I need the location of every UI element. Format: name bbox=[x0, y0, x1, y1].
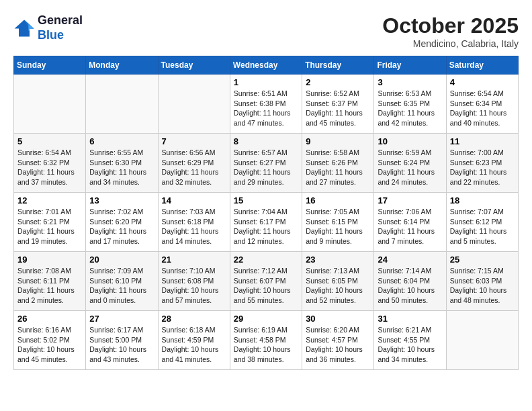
calendar-cell: 3Sunrise: 6:53 AM Sunset: 6:35 PM Daylig… bbox=[374, 75, 446, 134]
day-info: Sunrise: 7:00 AM Sunset: 6:23 PM Dayligh… bbox=[450, 148, 515, 187]
calendar-cell: 26Sunrise: 6:16 AM Sunset: 5:02 PM Dayli… bbox=[14, 311, 86, 370]
day-number: 13 bbox=[89, 195, 154, 205]
weekday-header-monday: Monday bbox=[86, 56, 158, 75]
weekday-header-saturday: Saturday bbox=[446, 56, 518, 75]
logo-icon bbox=[13, 19, 35, 38]
day-number: 9 bbox=[306, 136, 370, 146]
svg-marker-2 bbox=[28, 24, 34, 31]
calendar-cell: 27Sunrise: 6:17 AM Sunset: 5:00 PM Dayli… bbox=[86, 311, 158, 370]
calendar-cell: 11Sunrise: 7:00 AM Sunset: 6:23 PM Dayli… bbox=[446, 134, 518, 193]
day-info: Sunrise: 6:55 AM Sunset: 6:30 PM Dayligh… bbox=[89, 148, 154, 187]
week-row-5: 26Sunrise: 6:16 AM Sunset: 5:02 PM Dayli… bbox=[14, 311, 519, 370]
day-info: Sunrise: 7:04 AM Sunset: 6:17 PM Dayligh… bbox=[234, 207, 298, 246]
day-number: 5 bbox=[17, 136, 82, 146]
day-info: Sunrise: 6:21 AM Sunset: 4:55 PM Dayligh… bbox=[378, 325, 442, 365]
day-number: 15 bbox=[234, 195, 298, 205]
calendar-cell bbox=[14, 75, 86, 134]
calendar-cell: 22Sunrise: 7:12 AM Sunset: 6:07 PM Dayli… bbox=[230, 252, 302, 311]
day-number: 31 bbox=[378, 314, 442, 324]
day-number: 21 bbox=[162, 255, 226, 265]
calendar-table: SundayMondayTuesdayWednesdayThursdayFrid… bbox=[13, 56, 519, 370]
day-info: Sunrise: 6:16 AM Sunset: 5:02 PM Dayligh… bbox=[17, 325, 82, 365]
day-info: Sunrise: 6:20 AM Sunset: 4:57 PM Dayligh… bbox=[306, 325, 370, 365]
week-row-4: 19Sunrise: 7:08 AM Sunset: 6:11 PM Dayli… bbox=[14, 252, 519, 311]
logo-line2: Blue bbox=[38, 28, 64, 42]
calendar-cell: 4Sunrise: 6:54 AM Sunset: 6:34 PM Daylig… bbox=[446, 75, 518, 134]
calendar-cell: 1Sunrise: 6:51 AM Sunset: 6:38 PM Daylig… bbox=[230, 75, 302, 134]
day-info: Sunrise: 7:02 AM Sunset: 6:20 PM Dayligh… bbox=[89, 207, 154, 246]
calendar-cell: 30Sunrise: 6:20 AM Sunset: 4:57 PM Dayli… bbox=[302, 311, 374, 370]
weekday-header-friday: Friday bbox=[374, 56, 446, 75]
day-info: Sunrise: 7:15 AM Sunset: 6:03 PM Dayligh… bbox=[450, 266, 515, 306]
weekday-header-row: SundayMondayTuesdayWednesdayThursdayFrid… bbox=[14, 56, 519, 75]
day-info: Sunrise: 6:51 AM Sunset: 6:38 PM Dayligh… bbox=[234, 89, 298, 128]
day-number: 23 bbox=[306, 255, 370, 265]
week-row-3: 12Sunrise: 7:01 AM Sunset: 6:21 PM Dayli… bbox=[14, 193, 519, 252]
day-number: 12 bbox=[17, 195, 82, 205]
day-info: Sunrise: 7:03 AM Sunset: 6:18 PM Dayligh… bbox=[162, 207, 226, 246]
title-block: October 2025 Mendicino, Calabria, Italy bbox=[382, 13, 519, 49]
logo: General Blue bbox=[13, 13, 83, 42]
calendar-cell: 15Sunrise: 7:04 AM Sunset: 6:17 PM Dayli… bbox=[230, 193, 302, 252]
day-number: 25 bbox=[450, 255, 515, 265]
calendar-cell: 6Sunrise: 6:55 AM Sunset: 6:30 PM Daylig… bbox=[86, 134, 158, 193]
calendar-cell: 12Sunrise: 7:01 AM Sunset: 6:21 PM Dayli… bbox=[14, 193, 86, 252]
day-number: 1 bbox=[234, 77, 298, 87]
calendar-cell: 20Sunrise: 7:09 AM Sunset: 6:10 PM Dayli… bbox=[86, 252, 158, 311]
calendar-cell: 2Sunrise: 6:52 AM Sunset: 6:37 PM Daylig… bbox=[302, 75, 374, 134]
calendar-cell bbox=[158, 75, 230, 134]
weekday-header-sunday: Sunday bbox=[14, 56, 86, 75]
day-info: Sunrise: 6:57 AM Sunset: 6:27 PM Dayligh… bbox=[234, 148, 298, 187]
day-info: Sunrise: 6:59 AM Sunset: 6:24 PM Dayligh… bbox=[378, 148, 442, 187]
day-info: Sunrise: 7:10 AM Sunset: 6:08 PM Dayligh… bbox=[162, 266, 226, 306]
weekday-header-thursday: Thursday bbox=[302, 56, 374, 75]
day-number: 29 bbox=[234, 314, 298, 324]
day-info: Sunrise: 7:08 AM Sunset: 6:11 PM Dayligh… bbox=[17, 266, 82, 306]
day-info: Sunrise: 7:07 AM Sunset: 6:12 PM Dayligh… bbox=[450, 207, 515, 246]
weekday-header-tuesday: Tuesday bbox=[158, 56, 230, 75]
day-number: 18 bbox=[450, 195, 515, 205]
calendar-cell: 8Sunrise: 6:57 AM Sunset: 6:27 PM Daylig… bbox=[230, 134, 302, 193]
day-info: Sunrise: 6:17 AM Sunset: 5:00 PM Dayligh… bbox=[89, 325, 154, 365]
day-number: 8 bbox=[234, 136, 298, 146]
calendar-cell: 21Sunrise: 7:10 AM Sunset: 6:08 PM Dayli… bbox=[158, 252, 230, 311]
day-info: Sunrise: 7:12 AM Sunset: 6:07 PM Dayligh… bbox=[234, 266, 298, 306]
day-info: Sunrise: 6:54 AM Sunset: 6:34 PM Dayligh… bbox=[450, 89, 515, 128]
day-number: 14 bbox=[162, 195, 226, 205]
calendar-cell: 19Sunrise: 7:08 AM Sunset: 6:11 PM Dayli… bbox=[14, 252, 86, 311]
day-info: Sunrise: 6:58 AM Sunset: 6:26 PM Dayligh… bbox=[306, 148, 370, 187]
day-info: Sunrise: 6:54 AM Sunset: 6:32 PM Dayligh… bbox=[17, 148, 82, 187]
day-info: Sunrise: 7:09 AM Sunset: 6:10 PM Dayligh… bbox=[89, 266, 154, 306]
day-number: 2 bbox=[306, 77, 370, 87]
calendar-cell: 10Sunrise: 6:59 AM Sunset: 6:24 PM Dayli… bbox=[374, 134, 446, 193]
day-number: 24 bbox=[378, 255, 442, 265]
day-number: 7 bbox=[162, 136, 226, 146]
calendar-cell: 9Sunrise: 6:58 AM Sunset: 6:26 PM Daylig… bbox=[302, 134, 374, 193]
day-number: 11 bbox=[450, 136, 515, 146]
calendar-cell: 23Sunrise: 7:13 AM Sunset: 6:05 PM Dayli… bbox=[302, 252, 374, 311]
calendar-cell: 31Sunrise: 6:21 AM Sunset: 4:55 PM Dayli… bbox=[374, 311, 446, 370]
calendar-cell: 13Sunrise: 7:02 AM Sunset: 6:20 PM Dayli… bbox=[86, 193, 158, 252]
calendar-cell: 5Sunrise: 6:54 AM Sunset: 6:32 PM Daylig… bbox=[14, 134, 86, 193]
day-number: 28 bbox=[162, 314, 226, 324]
day-number: 27 bbox=[89, 314, 154, 324]
week-row-1: 1Sunrise: 6:51 AM Sunset: 6:38 PM Daylig… bbox=[14, 75, 519, 134]
day-info: Sunrise: 7:13 AM Sunset: 6:05 PM Dayligh… bbox=[306, 266, 370, 306]
day-number: 20 bbox=[89, 255, 154, 265]
day-info: Sunrise: 7:05 AM Sunset: 6:15 PM Dayligh… bbox=[306, 207, 370, 246]
day-number: 17 bbox=[378, 195, 442, 205]
day-number: 3 bbox=[378, 77, 442, 87]
calendar-cell: 7Sunrise: 6:56 AM Sunset: 6:29 PM Daylig… bbox=[158, 134, 230, 193]
day-number: 10 bbox=[378, 136, 442, 146]
calendar-cell: 17Sunrise: 7:06 AM Sunset: 6:14 PM Dayli… bbox=[374, 193, 446, 252]
day-number: 30 bbox=[306, 314, 370, 324]
logo-line1: General bbox=[38, 13, 83, 27]
day-info: Sunrise: 6:19 AM Sunset: 4:58 PM Dayligh… bbox=[234, 325, 298, 365]
day-number: 19 bbox=[17, 255, 82, 265]
day-number: 16 bbox=[306, 195, 370, 205]
calendar-cell: 24Sunrise: 7:14 AM Sunset: 6:04 PM Dayli… bbox=[374, 252, 446, 311]
month-title: October 2025 bbox=[382, 13, 519, 38]
day-info: Sunrise: 6:18 AM Sunset: 4:59 PM Dayligh… bbox=[162, 325, 226, 365]
day-info: Sunrise: 7:06 AM Sunset: 6:14 PM Dayligh… bbox=[378, 207, 442, 246]
day-number: 4 bbox=[450, 77, 515, 87]
